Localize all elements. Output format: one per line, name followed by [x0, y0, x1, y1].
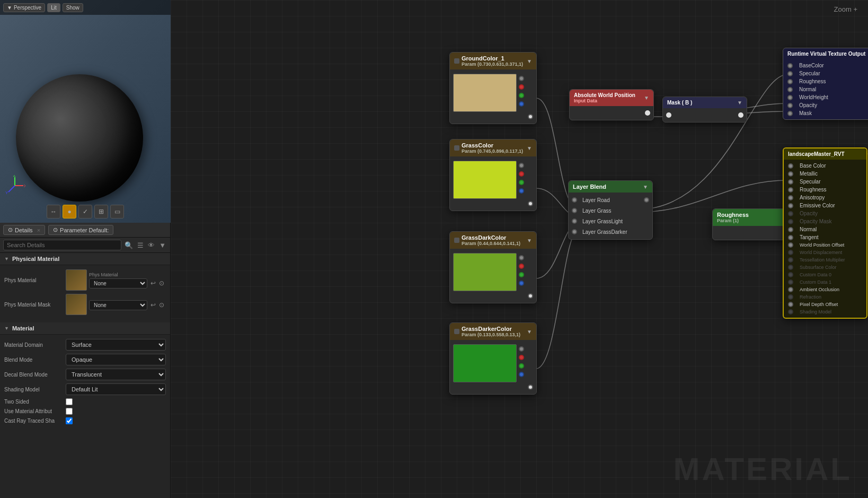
decal-blend-dropdown[interactable]: Translucent: [66, 369, 166, 380]
lm-opacity-pin[interactable]: [788, 211, 793, 216]
lm-normal-pin[interactable]: [788, 227, 793, 232]
lm-custom-data1-pin[interactable]: [788, 279, 793, 285]
tool-check[interactable]: ✓: [78, 205, 92, 219]
lm-metallic-pin[interactable]: [788, 171, 793, 177]
lm-anisotropy-pin[interactable]: [788, 195, 793, 200]
param-defaults-tab[interactable]: ⊙ Parameter Default:: [48, 225, 113, 235]
rvt-base-color-pin[interactable]: [787, 63, 793, 68]
details-tab[interactable]: ⊙ Details ×: [3, 225, 45, 235]
grass-dark-pin-gray[interactable]: [519, 255, 524, 260]
grass-color-pin-gray[interactable]: [519, 163, 524, 168]
tool-grid[interactable]: ⊞: [94, 205, 108, 219]
grass-dark-expand[interactable]: ▼: [527, 238, 532, 243]
phys-material-mask-browse[interactable]: ⊙: [159, 301, 164, 309]
physical-material-section-header[interactable]: Physical Material: [0, 253, 170, 265]
ground-color-expand[interactable]: ▼: [527, 58, 532, 64]
two-sided-checkbox[interactable]: [66, 398, 73, 405]
landscape-master-node[interactable]: landscapeMaster_RVT Base Color Metallic …: [783, 147, 867, 319]
rvt-normal-pin[interactable]: [787, 87, 793, 92]
layer-blend-expand[interactable]: ▼: [643, 184, 648, 190]
layer-road-pin[interactable]: [572, 197, 577, 203]
use-material-attr-checkbox[interactable]: [66, 408, 73, 415]
grass-dark-color-node[interactable]: GrassDarkColor Param (0.44,0.644,0.141,1…: [449, 231, 537, 303]
material-section-header[interactable]: Material: [0, 322, 170, 335]
ground-color-pin-green[interactable]: [519, 93, 524, 98]
rvt-roughness-pin[interactable]: [787, 79, 793, 84]
ground-color-pin-gray[interactable]: [519, 76, 524, 81]
rvt-mask-pin[interactable]: [787, 111, 793, 116]
mask-node[interactable]: Mask ( B ) ▼: [662, 97, 747, 123]
blend-mode-dropdown[interactable]: Opaque: [66, 354, 166, 365]
phys-material-reset[interactable]: ↩: [149, 279, 157, 287]
grass-darker-color-output[interactable]: [528, 385, 533, 390]
node-graph-canvas[interactable]: Zoom + GroundColor_1 Param (0.730,0.63: [171, 0, 868, 498]
mask-expand[interactable]: ▼: [737, 100, 742, 106]
lm-ambient-pin[interactable]: [788, 287, 793, 292]
lm-pixel-depth-pin[interactable]: [788, 302, 793, 307]
grass-color-pin-red[interactable]: [519, 171, 524, 177]
phys-material-browse[interactable]: ⊙: [159, 279, 164, 287]
rvt-opacity-pin[interactable]: [787, 103, 793, 108]
details-tab-close[interactable]: ×: [37, 227, 40, 233]
grass-dark-pin-blue[interactable]: [519, 281, 524, 286]
list-view-button[interactable]: ☰: [136, 240, 145, 250]
lm-subsurface-pin[interactable]: [788, 265, 793, 270]
grass-color-output[interactable]: [528, 201, 533, 206]
phys-material-dropdown[interactable]: None: [89, 278, 147, 289]
mask-input-pin[interactable]: [666, 112, 671, 118]
ground-color-output[interactable]: [528, 114, 533, 119]
grass-dark-pin-green[interactable]: [519, 272, 524, 277]
rvt-world-height-pin[interactable]: [787, 95, 793, 100]
lm-world-disp-pin[interactable]: [788, 250, 793, 255]
layer-blend-node[interactable]: Layer Blend ▼ Layer Road Layer Grass Lay…: [568, 180, 653, 240]
lit-button[interactable]: Lit: [47, 3, 60, 12]
material-domain-dropdown[interactable]: Surface: [66, 339, 166, 351]
abs-world-pos-output[interactable]: [645, 110, 650, 116]
lm-roughness-pin[interactable]: [788, 187, 793, 193]
ground-color-pin-blue[interactable]: [519, 101, 524, 107]
search-button[interactable]: 🔍: [123, 240, 134, 250]
lm-shading-model-pin[interactable]: [788, 309, 793, 314]
grass-dark-color-output[interactable]: [528, 293, 533, 299]
rvt-specular-pin[interactable]: [787, 71, 793, 76]
show-button[interactable]: Show: [63, 3, 83, 12]
layer-grass-darker-pin[interactable]: [572, 229, 577, 234]
filter-button[interactable]: ▼: [158, 240, 167, 250]
grass-color-expand[interactable]: ▼: [527, 145, 532, 151]
lm-custom-data0-pin[interactable]: [788, 272, 793, 277]
tool-translate[interactable]: ↔: [47, 205, 60, 219]
lm-base-color-pin[interactable]: [788, 163, 793, 169]
tool-sphere[interactable]: ●: [63, 205, 76, 219]
absolute-world-position-node[interactable]: Absolute World Position Input Data ▼: [569, 89, 654, 120]
layer-road-output-pin[interactable]: [644, 197, 649, 203]
grass-color-pin-green[interactable]: [519, 180, 524, 185]
search-input[interactable]: [3, 240, 121, 250]
lm-tangent-pin[interactable]: [788, 235, 793, 240]
ground-color-pin-red[interactable]: [519, 84, 524, 90]
grass-color-pin-blue[interactable]: [519, 188, 524, 194]
lm-emissive-pin[interactable]: [788, 203, 793, 208]
cast-ray-checkbox[interactable]: [66, 417, 73, 424]
lm-refraction-pin[interactable]: [788, 294, 793, 300]
rvt-output-node[interactable]: Runtime Virtual Texture Output ▼ BaseCol…: [783, 48, 868, 120]
grass-dark-pin-red[interactable]: [519, 264, 524, 269]
grass-darker-pin-gray[interactable]: [519, 346, 524, 352]
lm-opacity-mask-pin[interactable]: [788, 219, 793, 224]
grass-darker-pin-green[interactable]: [519, 363, 524, 369]
phys-material-mask-reset[interactable]: ↩: [149, 301, 157, 309]
grass-darker-color-node[interactable]: GrassDarkerColor Param (0.133,0.558,0.13…: [449, 322, 537, 395]
lm-specular-pin[interactable]: [788, 179, 793, 185]
layer-grass-pin[interactable]: [572, 208, 577, 213]
abs-world-pos-expand[interactable]: ▼: [644, 95, 649, 101]
eye-button[interactable]: 👁: [147, 240, 156, 250]
tool-plane[interactable]: ▭: [110, 205, 124, 219]
ground-color-node[interactable]: GroundColor_1 Param (0.730,0.631,0.371,1…: [449, 52, 537, 124]
grass-color-node[interactable]: GrassColor Param (0.745,0.896,0.117,1) ▼: [449, 139, 537, 211]
grass-darker-expand[interactable]: ▼: [527, 329, 532, 335]
lm-world-pos-pin[interactable]: [788, 242, 793, 248]
layer-grass-light-pin[interactable]: [572, 219, 577, 224]
lm-tess-pin[interactable]: [788, 257, 793, 263]
grass-darker-pin-blue[interactable]: [519, 372, 524, 377]
phys-material-mask-dropdown[interactable]: None: [89, 300, 147, 310]
shading-model-dropdown[interactable]: Default Lit: [66, 383, 166, 395]
